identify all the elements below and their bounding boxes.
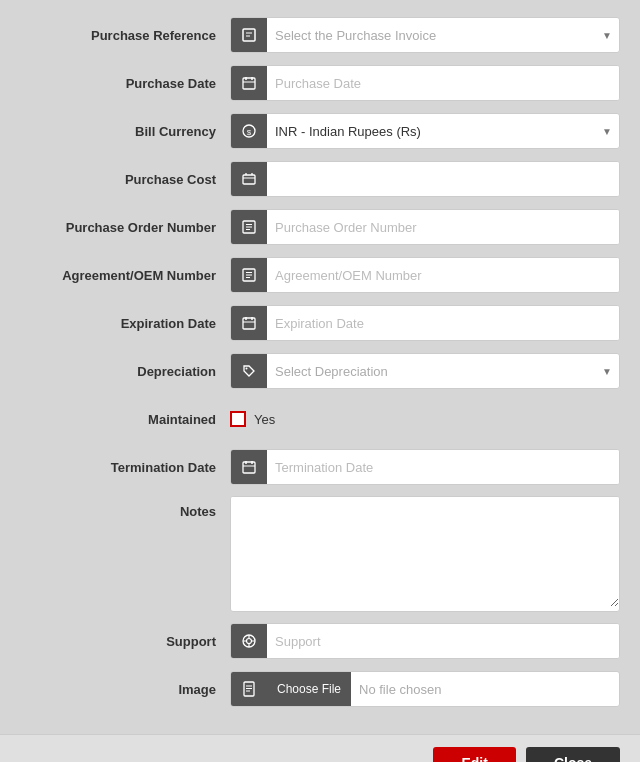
purchase-order-row: Purchase Order Number [20,208,620,246]
support-icon [231,623,267,659]
bill-currency-row: Bill Currency $ INR - Indian Rupees (Rs)… [20,112,620,150]
purchase-reference-select-wrapper: Select the Purchase Invoice ▼ [230,17,620,53]
expiration-date-calendar-icon [231,305,267,341]
purchase-order-label: Purchase Order Number [20,220,230,235]
support-label: Support [20,634,230,649]
notes-wrapper [230,496,620,612]
bill-currency-arrow-icon: ▼ [595,113,619,149]
termination-date-calendar-icon [231,449,267,485]
purchase-cost-row: Purchase Cost 0.00 [20,160,620,198]
bill-currency-select-wrapper: $ INR - Indian Rupees (Rs) ▼ [230,113,620,149]
svg-point-25 [246,368,248,370]
agreement-oem-icon [231,257,267,293]
agreement-oem-row: Agreement/OEM Number [20,256,620,294]
agreement-oem-input[interactable] [267,258,619,292]
maintained-yes-label: Yes [254,412,275,427]
expiration-date-label: Expiration Date [20,316,230,331]
support-row: Support [20,622,620,660]
depreciation-tag-icon [231,353,267,389]
svg-rect-26 [243,462,255,473]
purchase-reference-select[interactable]: Select the Purchase Invoice [267,18,595,52]
svg-rect-0 [243,29,255,41]
depreciation-select-wrapper: Select Depreciation ▼ [230,353,620,389]
purchase-reference-label: Purchase Reference [20,28,230,43]
maintained-checkbox-group: Yes [230,411,275,427]
purchase-reference-icon [231,17,267,53]
depreciation-label: Depreciation [20,364,230,379]
agreement-oem-input-wrapper [230,257,620,293]
purchase-cost-input[interactable]: 0.00 [267,162,619,196]
purchase-order-icon [231,209,267,245]
image-input-wrapper: Choose File No file chosen [230,671,620,707]
expiration-date-input-wrapper [230,305,620,341]
svg-rect-21 [243,318,255,329]
close-button[interactable]: Close [526,747,620,762]
purchase-cost-icon [231,161,267,197]
purchase-order-input-wrapper [230,209,620,245]
support-input[interactable] [267,624,619,658]
purchase-reference-row: Purchase Reference Select the Purchase I… [20,16,620,54]
footer: Edit Close [0,734,640,762]
bill-currency-icon: $ [231,113,267,149]
purchase-date-calendar-icon [231,65,267,101]
termination-date-input-wrapper [230,449,620,485]
notes-label: Notes [20,496,230,519]
expiration-date-input[interactable] [267,306,619,340]
purchase-order-input[interactable] [267,210,619,244]
notes-textarea[interactable] [231,497,619,607]
image-label: Image [20,682,230,697]
purchase-cost-label: Purchase Cost [20,172,230,187]
purchase-date-input-wrapper [230,65,620,101]
image-file-icon [231,671,267,707]
termination-date-input[interactable] [267,450,619,484]
svg-rect-9 [243,175,255,184]
purchase-date-input[interactable] [267,66,619,100]
termination-date-row: Termination Date [20,448,620,486]
depreciation-arrow-icon: ▼ [595,353,619,389]
svg-text:$: $ [247,128,252,137]
notes-row: Notes [20,496,620,612]
no-file-text: No file chosen [355,682,441,697]
edit-button[interactable]: Edit [433,747,515,762]
support-input-wrapper [230,623,620,659]
maintained-row: Maintained Yes [20,400,620,438]
bill-currency-select[interactable]: INR - Indian Rupees (Rs) [267,114,595,148]
termination-date-label: Termination Date [20,460,230,475]
bill-currency-label: Bill Currency [20,124,230,139]
maintained-checkbox[interactable] [230,411,246,427]
expiration-date-row: Expiration Date [20,304,620,342]
svg-point-31 [247,639,252,644]
agreement-oem-label: Agreement/OEM Number [20,268,230,283]
maintained-label: Maintained [20,412,230,427]
purchase-date-label: Purchase Date [20,76,230,91]
image-row: Image Choose File No file chosen [20,670,620,708]
svg-rect-3 [243,78,255,89]
form-container: Purchase Reference Select the Purchase I… [0,0,640,734]
depreciation-row: Depreciation Select Depreciation ▼ [20,352,620,390]
depreciation-select[interactable]: Select Depreciation [267,354,595,388]
purchase-reference-arrow-icon: ▼ [595,17,619,53]
purchase-date-row: Purchase Date [20,64,620,102]
purchase-cost-input-wrapper: 0.00 [230,161,620,197]
choose-file-button[interactable]: Choose File [267,671,351,707]
